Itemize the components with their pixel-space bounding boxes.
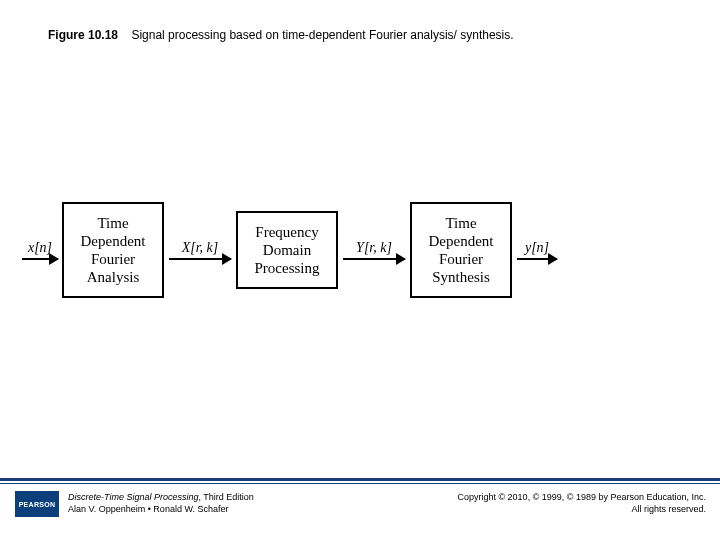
arrow-yrk: Y[r, k]	[338, 240, 410, 260]
signal-label-yrk: Y[r, k]	[356, 240, 392, 256]
copyright-line2: All rights reserved.	[457, 504, 706, 516]
footer-divider	[0, 478, 720, 481]
arrow-output: y[n]	[512, 240, 562, 260]
copyright-line1: Copyright © 2010, © 1999, © 1989 by Pear…	[457, 492, 706, 504]
block-synthesis-label: Time Dependent Fourier Synthesis	[429, 214, 494, 286]
block-processing: Frequency Domain Processing	[236, 211, 338, 289]
figure-label: Figure 10.18	[48, 28, 118, 42]
block-analysis: Time Dependent Fourier Analysis	[62, 202, 164, 298]
arrow-xrk: X[r, k]	[164, 240, 236, 260]
figure-caption: Figure 10.18 Signal processing based on …	[48, 28, 514, 42]
block-analysis-label: Time Dependent Fourier Analysis	[81, 214, 146, 286]
arrow-input: x[n]	[18, 240, 62, 260]
signal-label-xrk: X[r, k]	[182, 240, 219, 256]
signal-label-yn: y[n]	[525, 240, 549, 256]
book-info: Discrete-Time Signal Processing, Third E…	[68, 490, 254, 515]
page-footer: PEARSON Discrete-Time Signal Processing,…	[0, 490, 720, 518]
pearson-logo: PEARSON	[14, 490, 60, 518]
block-diagram: x[n] Time Dependent Fourier Analysis X[r…	[18, 190, 702, 310]
copyright: Copyright © 2010, © 1999, © 1989 by Pear…	[457, 490, 706, 515]
pearson-logo-text: PEARSON	[19, 501, 56, 508]
footer-left: PEARSON Discrete-Time Signal Processing,…	[14, 490, 254, 518]
book-authors: Alan V. Oppenheim • Ronald W. Schafer	[68, 504, 254, 516]
footer-divider-thin	[0, 483, 720, 484]
block-processing-label: Frequency Domain Processing	[255, 223, 320, 277]
book-edition: , Third Edition	[198, 492, 253, 502]
figure-caption-text: Signal processing based on time-dependen…	[131, 28, 513, 42]
book-title: Discrete-Time Signal Processing	[68, 492, 198, 502]
block-synthesis: Time Dependent Fourier Synthesis	[410, 202, 512, 298]
